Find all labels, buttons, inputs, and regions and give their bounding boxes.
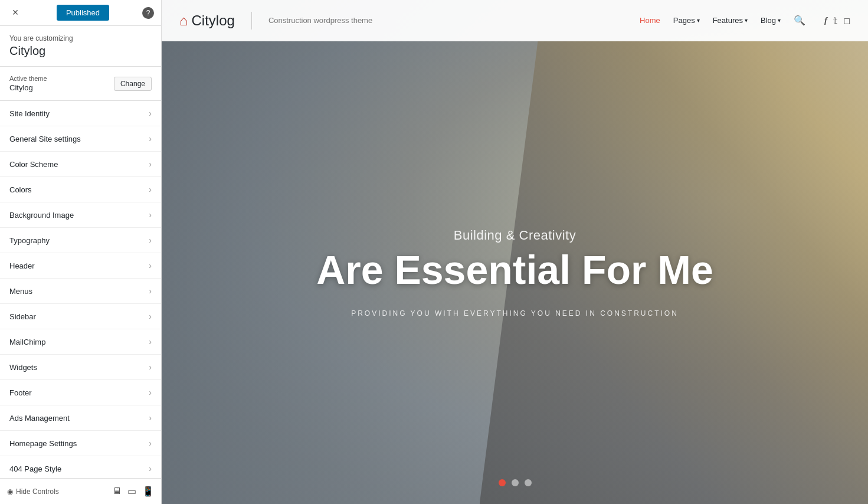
chevron-right-icon: › bbox=[149, 109, 152, 118]
menu-item-colors[interactable]: Colors › bbox=[0, 177, 161, 202]
preview-area: ⌂ Citylog Construction wordpress theme H… bbox=[162, 0, 868, 504]
brand-bold: City bbox=[192, 12, 216, 28]
chevron-right-icon: › bbox=[149, 413, 152, 423]
nav-item-features[interactable]: Features ▾ bbox=[713, 16, 748, 25]
menu-item-label: Color Scheme bbox=[9, 160, 58, 169]
blog-arrow-icon: ▾ bbox=[778, 17, 781, 24]
search-icon[interactable]: 🔍 bbox=[794, 15, 805, 26]
customizer-panel: × Published ? You are customizing Citylo… bbox=[0, 0, 162, 504]
menu-item-mailchimp[interactable]: MailChimp › bbox=[0, 329, 161, 355]
chevron-right-icon: › bbox=[149, 388, 152, 397]
menu-item-sidebar[interactable]: Sidebar › bbox=[0, 304, 161, 329]
active-theme-label: Active theme bbox=[9, 75, 47, 82]
brand-logo: ⌂ Citylog bbox=[179, 12, 235, 29]
customizing-section: You are customizing Citylog bbox=[0, 26, 161, 67]
menu-item-widgets[interactable]: Widgets › bbox=[0, 355, 161, 380]
menu-list: Site Identity › General Site settings › … bbox=[0, 101, 161, 478]
menu-item-label: Sidebar bbox=[9, 312, 36, 321]
menu-item-label: 404 Page Style bbox=[9, 464, 61, 473]
menu-item-label: Site Identity bbox=[9, 109, 50, 118]
tablet-icon[interactable]: ▭ bbox=[127, 486, 136, 497]
active-theme-section: Active theme Citylog Change bbox=[0, 67, 161, 101]
menu-item-label: Header bbox=[9, 261, 35, 270]
menu-item-label: General Site settings bbox=[9, 135, 81, 143]
menu-item-label: Footer bbox=[9, 388, 32, 397]
nav-item-blog[interactable]: Blog ▾ bbox=[761, 16, 781, 25]
menu-item-homepage-settings[interactable]: Homepage Settings › bbox=[0, 431, 161, 456]
chevron-right-icon: › bbox=[149, 235, 152, 245]
social-links: f 𝕥 ◻ bbox=[824, 15, 850, 26]
hero-section: ⌂ Citylog Construction wordpress theme H… bbox=[162, 0, 868, 504]
menu-item-typography[interactable]: Typography › bbox=[0, 228, 161, 253]
menu-item-label: MailChimp bbox=[9, 338, 45, 346]
navbar-brand: ⌂ Citylog Construction wordpress theme bbox=[179, 12, 372, 30]
hero-description: PROVIDING YOU WITH EVERYTHING YOU NEED I… bbox=[351, 309, 679, 318]
brand-name: Citylog bbox=[192, 12, 235, 29]
chevron-right-icon: › bbox=[149, 134, 152, 143]
chevron-right-icon: › bbox=[149, 185, 152, 194]
published-button[interactable]: Published bbox=[57, 5, 109, 21]
slider-dots bbox=[499, 479, 532, 486]
hero-content: Building & Creativity Are Essential For … bbox=[162, 41, 868, 504]
top-bar: × Published ? bbox=[0, 0, 161, 26]
bottom-bar: ◉ Hide Controls 🖥 ▭ 📱 bbox=[0, 478, 161, 504]
help-button[interactable]: ? bbox=[142, 7, 154, 19]
eye-icon: ◉ bbox=[7, 487, 13, 496]
slider-dot-2[interactable] bbox=[512, 479, 519, 486]
navbar: ⌂ Citylog Construction wordpress theme H… bbox=[162, 0, 868, 41]
menu-item-color-scheme[interactable]: Color Scheme › bbox=[0, 152, 161, 177]
chevron-right-icon: › bbox=[149, 312, 152, 321]
menu-item-label: Colors bbox=[9, 185, 32, 194]
mobile-icon[interactable]: 📱 bbox=[142, 486, 154, 497]
hide-controls-button[interactable]: ◉ Hide Controls bbox=[7, 487, 59, 496]
change-theme-button[interactable]: Change bbox=[114, 77, 152, 91]
chevron-right-icon: › bbox=[149, 438, 152, 448]
navbar-tagline: Construction wordpress theme bbox=[268, 16, 372, 25]
chevron-right-icon: › bbox=[149, 286, 152, 296]
hide-controls-label: Hide Controls bbox=[16, 487, 59, 496]
navbar-nav: Home Pages ▾ Features ▾ Blog ▾ 🔍 f 𝕥 ◻ bbox=[640, 15, 850, 26]
hero-subtitle: Building & Creativity bbox=[454, 228, 576, 243]
menu-item-label: Widgets bbox=[9, 363, 37, 372]
brand-light: log bbox=[216, 12, 235, 28]
hero-title: Are Essential For Me bbox=[316, 249, 713, 291]
facebook-icon[interactable]: f bbox=[824, 15, 827, 26]
twitter-icon[interactable]: 𝕥 bbox=[833, 15, 837, 26]
customizing-title: Citylog bbox=[9, 44, 152, 58]
slider-dot-1[interactable] bbox=[499, 479, 506, 486]
menu-item-ads-management[interactable]: Ads Management › bbox=[0, 405, 161, 431]
chevron-right-icon: › bbox=[149, 210, 152, 220]
nav-item-home[interactable]: Home bbox=[640, 16, 660, 25]
menu-item-label: Background Image bbox=[9, 211, 74, 220]
menu-item-background-image[interactable]: Background Image › bbox=[0, 202, 161, 228]
menu-item-label: Menus bbox=[9, 287, 32, 296]
slider-dot-3[interactable] bbox=[525, 479, 532, 486]
pages-arrow-icon: ▾ bbox=[697, 17, 700, 24]
chevron-right-icon: › bbox=[149, 362, 152, 372]
menu-item-header[interactable]: Header › bbox=[0, 253, 161, 279]
chevron-right-icon: › bbox=[149, 337, 152, 346]
chevron-right-icon: › bbox=[149, 261, 152, 270]
menu-item-404-page-style[interactable]: 404 Page Style › bbox=[0, 456, 161, 478]
menu-item-label: Typography bbox=[9, 236, 50, 245]
menu-item-general-site-settings[interactable]: General Site settings › bbox=[0, 126, 161, 152]
chevron-right-icon: › bbox=[149, 464, 152, 473]
brand-house-icon: ⌂ bbox=[179, 12, 188, 29]
menu-item-site-identity[interactable]: Site Identity › bbox=[0, 101, 161, 126]
features-arrow-icon: ▾ bbox=[745, 17, 748, 24]
instagram-icon[interactable]: ◻ bbox=[843, 15, 850, 26]
close-button[interactable]: × bbox=[7, 5, 24, 21]
customizing-label: You are customizing bbox=[9, 34, 152, 42]
menu-item-label: Ads Management bbox=[9, 414, 70, 423]
menu-item-footer[interactable]: Footer › bbox=[0, 380, 161, 405]
menu-item-label: Homepage Settings bbox=[9, 439, 77, 448]
device-icons: 🖥 ▭ 📱 bbox=[112, 486, 154, 497]
active-theme-name: Citylog bbox=[9, 83, 47, 92]
menu-item-menus[interactable]: Menus › bbox=[0, 279, 161, 304]
desktop-icon[interactable]: 🖥 bbox=[112, 486, 122, 497]
navbar-divider bbox=[251, 12, 252, 30]
nav-item-pages[interactable]: Pages ▾ bbox=[673, 16, 700, 25]
chevron-right-icon: › bbox=[149, 159, 152, 169]
